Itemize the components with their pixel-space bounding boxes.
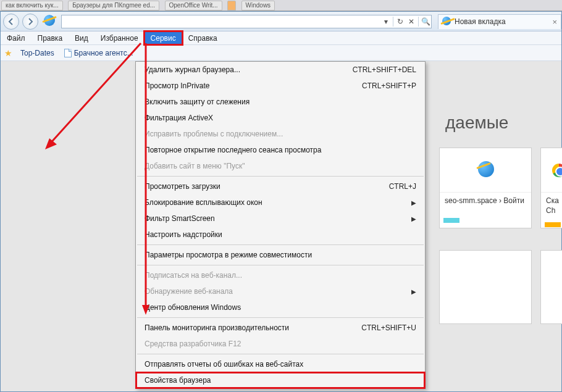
titlebar: ▾ ↻ ✕ 🔍 Новая вкладка × — [1, 12, 561, 31]
menu-item[interactable]: Панель мониторинга производительностиCTR… — [136, 320, 425, 336]
menu-item-label: Просмотреть загрузки — [145, 182, 389, 191]
tools-menu-dropdown: Удалить журнал браузера...CTRL+SHIFT+DEL… — [135, 61, 426, 389]
chrome-icon — [552, 164, 562, 177]
menu-вид[interactable]: Вид — [69, 31, 94, 44]
menu-item: Добавить сайт в меню "Пуск" — [136, 158, 425, 174]
forward-button[interactable] — [22, 14, 38, 30]
page-content: даемые seo-smm.space › Войти Ска Ch Удал… — [1, 61, 561, 391]
bg-tab: OpenOffice Writ... — [165, 1, 222, 10]
menu-item-label: Исправить проблемы с подключением... — [145, 130, 416, 138]
menubar: ФайлПравкаВидИзбранноеСервисСправка — [1, 31, 561, 45]
menu-item: Обнаружение веб-канала▶ — [136, 283, 425, 299]
bg-tab: как включить кук... — [1, 1, 63, 10]
search-icon[interactable]: 🔍 — [420, 17, 431, 26]
menu-избранное[interactable]: Избранное — [94, 31, 145, 44]
menu-item-label: Блокирование всплывающих окон — [145, 198, 406, 207]
refresh-icon[interactable]: ↻ — [395, 17, 406, 26]
page-heading: даемые — [445, 113, 508, 133]
menu-item-label: Подписаться на веб-канал... — [145, 271, 416, 280]
stop-icon[interactable]: ✕ — [406, 17, 417, 26]
frequent-tile[interactable]: Ска Ch — [540, 148, 562, 228]
favorite-link[interactable]: Брачное агентс... — [59, 49, 138, 57]
ie-logo-icon — [44, 15, 55, 28]
ie-favicon-icon — [442, 17, 451, 27]
browser-tab[interactable]: Новая вкладка × — [438, 14, 561, 29]
menu-item[interactable]: Отправлять отчеты об ошибках на веб-сайт… — [136, 356, 425, 372]
frequent-tile-empty[interactable] — [439, 250, 532, 324]
menu-item: Исправить проблемы с подключением... — [136, 126, 425, 142]
page-icon — [64, 49, 72, 57]
menu-shortcut: CTRL+SHIFT+U — [361, 323, 416, 332]
tile-label: seo-smm.space › Войти — [440, 193, 531, 215]
tile-label: Ска Ch — [541, 193, 562, 219]
bg-tab: Windows — [241, 1, 275, 10]
submenu-arrow-icon: ▶ — [411, 288, 416, 295]
menu-item-label: Просмотр InPrivate — [145, 81, 362, 90]
menu-item-label: Отправлять отчеты об ошибках на веб-сайт… — [145, 360, 416, 369]
submenu-arrow-icon: ▶ — [411, 199, 416, 206]
favorites-bar: ★ Top-Dates Брачное агентс... — [1, 45, 561, 61]
menu-item-label: Параметры просмотра в режиме совместимос… — [145, 251, 416, 259]
menu-item-label: Включить защиту от слежения — [145, 98, 416, 106]
menu-item[interactable]: Просмотреть загрузкиCTRL+J — [136, 178, 425, 194]
menu-shortcut: CTRL+SHIFT+P — [362, 81, 416, 90]
frequent-tiles-row-2 — [439, 250, 562, 324]
add-favorite-icon[interactable]: ★ — [1, 48, 15, 58]
menu-shortcut: CTRL+J — [389, 182, 416, 191]
menu-item[interactable]: Блокирование всплывающих окон▶ — [136, 194, 425, 211]
menu-правка[interactable]: Правка — [31, 31, 69, 44]
menu-item[interactable]: Включить защиту от слежения — [136, 94, 425, 110]
menu-item-label: Удалить журнал браузера... — [145, 65, 353, 74]
background-window-tabstrip: как включить кук... Браузеры для ПКngmee… — [0, 0, 562, 11]
menu-item[interactable]: Настроить надстройки — [136, 227, 425, 243]
menu-item[interactable]: Центр обновления Windows — [136, 299, 425, 315]
bg-tab: Браузеры для ПКngmee ed... — [68, 1, 159, 10]
frequent-tiles-row: seo-smm.space › Войти Ска Ch — [439, 148, 562, 228]
favorite-link[interactable]: Top-Dates — [15, 49, 59, 57]
menu-item-label: Фильтр SmartScreen — [145, 214, 406, 223]
tab-close-icon[interactable]: × — [552, 17, 557, 27]
address-input[interactable] — [62, 15, 380, 28]
bg-tab — [227, 1, 236, 10]
menu-item[interactable]: Фильтр SmartScreen▶ — [136, 211, 425, 227]
menu-item-label: Центр обновления Windows — [145, 303, 416, 312]
menu-item-label: Панель мониторинга производительности — [145, 323, 361, 332]
frequent-tile-empty[interactable] — [540, 250, 562, 324]
menu-item-label: Средства разработчика F12 — [145, 340, 416, 348]
menu-shortcut: CTRL+SHIFT+DEL — [353, 65, 416, 74]
ie-window: ▾ ↻ ✕ 🔍 Новая вкладка × ФайлПравкаВидИзб… — [0, 11, 562, 392]
menu-item[interactable]: Свойства браузера — [136, 372, 425, 388]
menu-item-label: Фильтрация ActiveX — [145, 114, 416, 122]
menu-item[interactable]: Повторное открытие последнего сеанса про… — [136, 142, 425, 158]
frequent-tile[interactable]: seo-smm.space › Войти — [439, 148, 532, 228]
tab-title: Новая вкладка — [455, 17, 506, 26]
menu-справка[interactable]: Справка — [182, 31, 224, 44]
menu-item[interactable]: Параметры просмотра в режиме совместимос… — [136, 247, 425, 263]
back-button[interactable] — [3, 14, 19, 30]
menu-item: Подписаться на веб-канал... — [136, 267, 425, 283]
menu-item[interactable]: Фильтрация ActiveX — [136, 110, 425, 126]
address-bar[interactable]: ▾ ↻ ✕ 🔍 — [61, 15, 432, 28]
menu-item: Средства разработчика F12 — [136, 336, 425, 352]
menu-item-label: Свойства браузера — [145, 376, 416, 385]
menu-файл[interactable]: Файл — [1, 31, 31, 44]
menu-item-label: Повторное открытие последнего сеанса про… — [145, 146, 416, 154]
dropdown-icon[interactable]: ▾ — [380, 17, 392, 26]
menu-item[interactable]: Просмотр InPrivateCTRL+SHIFT+P — [136, 78, 425, 94]
menu-item-label: Настроить надстройки — [145, 230, 416, 239]
menu-item-label: Обнаружение веб-канала — [145, 287, 406, 296]
menu-item[interactable]: Удалить журнал браузера...CTRL+SHIFT+DEL — [136, 62, 425, 78]
ie-icon — [478, 161, 494, 179]
menu-item-label: Добавить сайт в меню "Пуск" — [145, 162, 416, 170]
submenu-arrow-icon: ▶ — [411, 215, 416, 222]
menu-сервис[interactable]: Сервис — [145, 31, 182, 44]
